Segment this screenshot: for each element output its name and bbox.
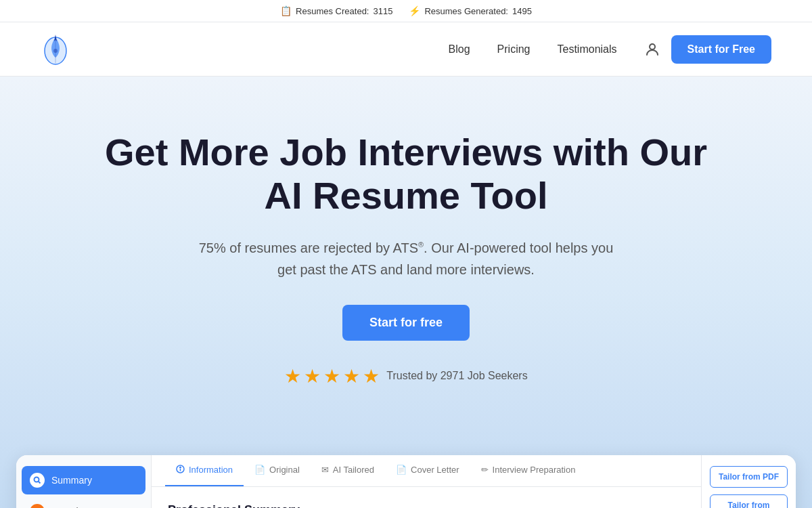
tab-interview-prep-label: Interview Preparation: [493, 465, 576, 475]
resumes-generated-count: 1495: [512, 6, 532, 16]
nav-links: Blog Pricing Testimonials: [449, 43, 617, 56]
star-5: ★: [363, 365, 380, 387]
app-right-panel: Tailor from PDF Tailor from Linkedin ▶ W…: [701, 455, 796, 508]
svg-point-4: [35, 477, 39, 482]
trusted-text: Trusted by 2971 Job Seekers: [386, 370, 527, 382]
app-main: Information 📄 Original ✉ AI Tailored 📄 C…: [152, 455, 701, 508]
svg-line-5: [39, 481, 41, 483]
experience-icon: [30, 504, 45, 508]
svg-point-14: [180, 467, 181, 468]
section-title: Professional Summary: [168, 503, 685, 508]
tailor-pdf-button[interactable]: Tailor from PDF: [710, 466, 788, 488]
logo-icon: [41, 32, 70, 67]
nav-testimonials[interactable]: Testimonials: [558, 43, 617, 56]
tab-cover-letter-label: Cover Letter: [411, 465, 459, 475]
cover-letter-tab-icon: 📄: [396, 465, 407, 475]
sidebar-item-summary[interactable]: Summary: [22, 466, 145, 494]
app-content: Professional Summary Summarize your care…: [152, 487, 701, 508]
sidebar-item-experience[interactable]: Experience: [22, 497, 145, 508]
hero-cta-button[interactable]: Start for free: [342, 305, 470, 341]
tab-interview-prep[interactable]: ✏ Interview Preparation: [470, 455, 587, 486]
star-1: ★: [284, 365, 301, 387]
tab-information-label: Information: [189, 465, 233, 475]
stars-row: ★ ★ ★ ★ ★ Trusted by 2971 Job Seekers: [41, 365, 771, 387]
navbar: Blog Pricing Testimonials Start for Free: [0, 22, 812, 77]
tab-ai-tailored-label: AI Tailored: [333, 465, 374, 475]
hero-subtitle: 75% of resumes are rejected by ATS®. Our…: [196, 237, 616, 280]
nav-blog[interactable]: Blog: [449, 43, 470, 56]
tab-original[interactable]: 📄 Original: [244, 455, 311, 486]
top-bar: 📋 Resumes Created: 3115 ⚡ Resumes Genera…: [0, 0, 812, 22]
hero-title: Get More Job Interviews with Our AI Resu…: [102, 131, 710, 218]
star-2: ★: [304, 365, 321, 387]
star-rating: ★ ★ ★ ★ ★: [284, 365, 380, 387]
sidebar-summary-label: Summary: [51, 475, 92, 486]
tailor-linkedin-button[interactable]: Tailor from Linkedin: [710, 494, 788, 508]
lightning-icon: ⚡: [409, 5, 420, 16]
tab-information[interactable]: Information: [165, 455, 244, 486]
ai-tailored-tab-icon: ✉: [321, 465, 329, 475]
original-tab-icon: 📄: [254, 465, 265, 475]
star-3: ★: [323, 365, 340, 387]
app-sidebar: Summary Experience: [16, 455, 152, 508]
app-tabs: Information 📄 Original ✉ AI Tailored 📄 C…: [152, 455, 701, 487]
nav-right: Start for Free: [644, 35, 771, 64]
information-tab-icon: [176, 465, 185, 475]
tab-ai-tailored[interactable]: ✉ AI Tailored: [311, 455, 385, 486]
tab-cover-letter[interactable]: 📄 Cover Letter: [385, 455, 470, 486]
app-preview-section: Summary Experience: [0, 428, 812, 508]
resume-icon: 📋: [280, 5, 292, 16]
app-card: Summary Experience: [16, 455, 796, 508]
interview-prep-tab-icon: ✏: [481, 465, 489, 475]
resumes-generated-stat: ⚡ Resumes Generated: 1495: [409, 5, 532, 16]
resumes-created-stat: 📋 Resumes Created: 3115: [280, 5, 392, 16]
resumes-generated-label: Resumes Generated:: [424, 6, 508, 16]
logo-area[interactable]: [41, 32, 70, 67]
start-free-button[interactable]: Start for Free: [671, 35, 771, 64]
resumes-created-count: 3115: [373, 6, 392, 16]
resumes-created-label: Resumes Created:: [296, 6, 369, 16]
tab-original-label: Original: [269, 465, 300, 475]
search-icon: [30, 473, 45, 488]
svg-point-3: [650, 44, 655, 49]
star-4: ★: [343, 365, 360, 387]
hero-section: Get More Job Interviews with Our AI Resu…: [0, 77, 812, 428]
nav-pricing[interactable]: Pricing: [497, 43, 531, 56]
user-account-button[interactable]: [644, 41, 660, 58]
